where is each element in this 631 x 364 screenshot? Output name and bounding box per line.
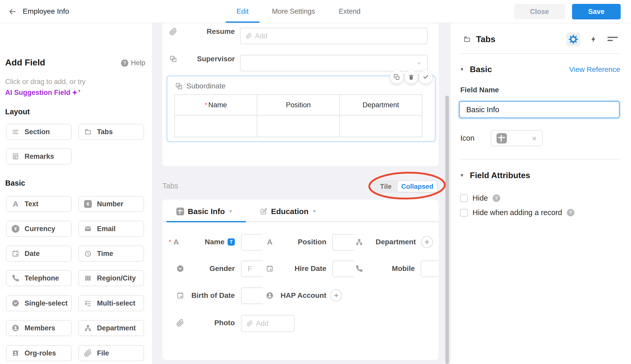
automation-bolt-button[interactable] [589, 34, 598, 44]
add-field-sidebar: Add Field ? Help Click or drag to add, o… [0, 23, 153, 364]
tab-extend[interactable]: Extend [332, 0, 368, 23]
paperclip-icon [84, 349, 92, 357]
field-type-region-city[interactable]: Region/City [78, 270, 144, 286]
single-select-icon [12, 299, 19, 307]
toggle-option-collapsed[interactable]: Collapsed [397, 181, 437, 192]
org-chart-icon [84, 324, 92, 332]
field-type-currency[interactable]: ¥ Currency [6, 221, 72, 237]
canvas-scrollbar-thumb[interactable] [445, 96, 449, 364]
copy-icon [394, 74, 400, 80]
mobile-field-input[interactable] [421, 261, 439, 277]
help-button[interactable]: ? Help [121, 59, 145, 67]
view-reference-link[interactable]: View Reference [569, 65, 620, 74]
form-canvas: Resume Add Supervisor Subordinate [153, 23, 450, 364]
clear-icon[interactable]: × [532, 134, 537, 143]
clock-icon [84, 250, 92, 257]
field-attributes-section-header[interactable]: ▼ Field Attributes [460, 171, 620, 180]
paperclip-icon [247, 320, 253, 327]
hire-date-field-input[interactable] [332, 261, 354, 277]
subordinate-col-name: *Name [175, 95, 257, 115]
field-type-single-select[interactable]: Single-select [6, 295, 72, 311]
map-icon [84, 274, 92, 282]
hide-when-adding-checkbox[interactable] [460, 209, 468, 217]
hide-checkbox[interactable] [460, 194, 468, 202]
ai-suggestion-link[interactable]: AI Suggestion Field [5, 89, 81, 96]
resume-field-label: Resume [169, 27, 235, 36]
field-type-remarks[interactable]: Remarks [6, 148, 72, 164]
hap-account-add-button[interactable]: + [330, 290, 342, 301]
add-field-title: Add Field [5, 57, 45, 67]
department-field-label: Department [355, 234, 416, 250]
icon-selector[interactable]: × [491, 130, 543, 146]
field-type-email[interactable]: Email [78, 221, 144, 237]
basic-section-header[interactable]: ▼ Basic View Reference [460, 65, 620, 74]
text-icon: A [12, 200, 19, 208]
question-circle-icon[interactable]: ? [567, 209, 574, 216]
tab-item-education[interactable]: Education ▼ [260, 205, 317, 218]
field-type-multi-select[interactable]: Multi-select [78, 295, 144, 311]
supervisor-select[interactable] [240, 55, 428, 71]
caret-down-icon: ▼ [460, 173, 464, 178]
question-circle-icon[interactable]: ? [493, 194, 500, 202]
sparkle-icon [78, 89, 81, 92]
field-list-button[interactable] [607, 35, 618, 43]
paperclip-icon [169, 28, 177, 35]
table-badge-icon [176, 208, 184, 215]
relation-icon [175, 82, 183, 90]
field-type-file[interactable]: File [78, 345, 144, 361]
settings-gear-button[interactable] [566, 32, 580, 46]
back-arrow-icon[interactable] [7, 7, 18, 16]
confirm-field-button[interactable] [419, 70, 432, 84]
remarks-icon [12, 153, 19, 160]
field-type-department[interactable]: Department [78, 320, 144, 336]
photo-attachment-input[interactable]: Add [241, 315, 295, 332]
gender-field-input[interactable]: F [241, 261, 263, 277]
resume-attachment-input[interactable]: Add [240, 28, 428, 44]
id-card-icon [12, 349, 19, 357]
field-type-time[interactable]: Time [78, 246, 144, 262]
position-field-label: A Position [266, 234, 326, 250]
save-button[interactable]: Save [572, 4, 621, 19]
form-section-card: Resume Add Supervisor Subordinate [162, 23, 439, 166]
subordinate-col-position: Position [257, 95, 340, 115]
calendar-icon [266, 265, 274, 272]
delete-field-button[interactable] [404, 70, 418, 84]
tab-item-basic-info[interactable]: Basic Info ▼ [176, 205, 233, 218]
active-tab-underline [167, 221, 246, 222]
multi-select-icon [84, 299, 92, 307]
trash-icon [408, 74, 414, 80]
field-name-input[interactable]: Basic Info [459, 101, 620, 118]
close-button[interactable]: Close [514, 4, 565, 19]
subordinate-empty-row [175, 115, 422, 137]
department-add-button[interactable]: + [421, 236, 433, 248]
email-icon [84, 225, 92, 233]
field-name-label: Field Name [460, 86, 499, 94]
icon-label: Icon [460, 134, 475, 142]
mobile-field-label: Mobile [355, 261, 415, 277]
caret-down-icon[interactable]: ▼ [228, 209, 233, 214]
toggle-option-tile[interactable]: Tile [373, 180, 398, 193]
subordinate-field-selected[interactable]: Subordinate *Name Position Department [167, 76, 435, 142]
paperclip-icon [246, 33, 252, 39]
field-type-number[interactable]: 6 Number [78, 196, 144, 212]
copy-field-button[interactable] [390, 70, 403, 84]
name-field-input[interactable] [241, 234, 263, 251]
field-type-members[interactable]: Members [6, 320, 72, 336]
birth-of-date-field-input[interactable] [241, 287, 263, 304]
field-type-telephone[interactable]: Telephone [6, 270, 72, 286]
field-type-tabs[interactable]: Tabs [78, 124, 144, 140]
gender-field-label: Gender [176, 261, 235, 277]
gear-icon [569, 35, 578, 44]
tab-edit[interactable]: Edit [226, 0, 259, 23]
title-field-badge: T [228, 238, 235, 246]
caret-down-icon: ▼ [460, 67, 464, 72]
caret-down-icon[interactable]: ▼ [312, 209, 317, 214]
field-type-section[interactable]: Section [6, 124, 72, 140]
position-field-input[interactable] [332, 234, 354, 251]
sort-lines-icon [607, 35, 618, 43]
field-type-date[interactable]: Date [6, 246, 72, 262]
field-type-org-roles[interactable]: Org-roles [6, 345, 72, 361]
field-type-text[interactable]: A Text [6, 196, 72, 212]
calendar-icon [12, 250, 19, 257]
tab-more-settings[interactable]: More Settings [266, 0, 321, 23]
